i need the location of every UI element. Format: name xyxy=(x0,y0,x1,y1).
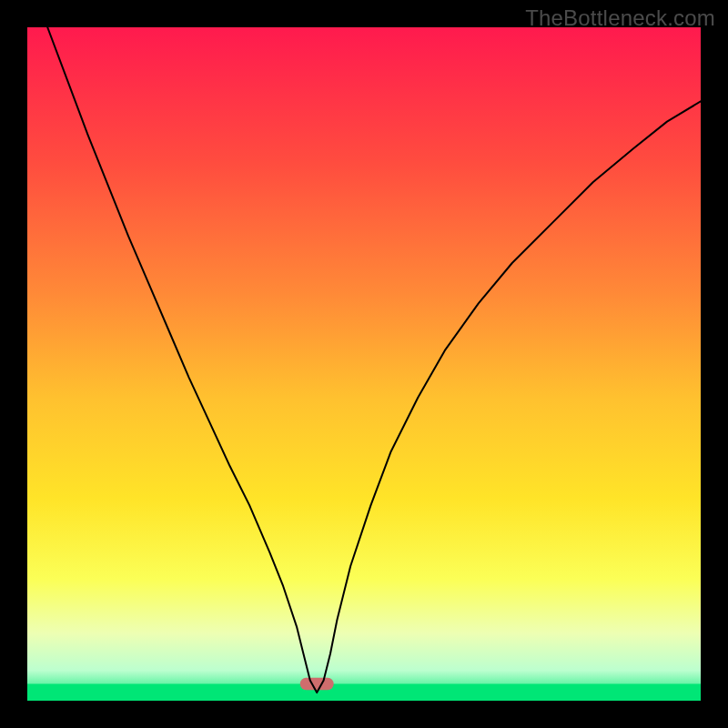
watermark-text: TheBottleneck.com xyxy=(525,5,715,31)
plot-area xyxy=(27,27,701,701)
baseline-band xyxy=(27,684,701,702)
chart-frame: TheBottleneck.com xyxy=(0,0,728,728)
gradient-background xyxy=(27,27,701,701)
chart-svg xyxy=(27,27,701,701)
optimal-marker xyxy=(300,678,334,690)
